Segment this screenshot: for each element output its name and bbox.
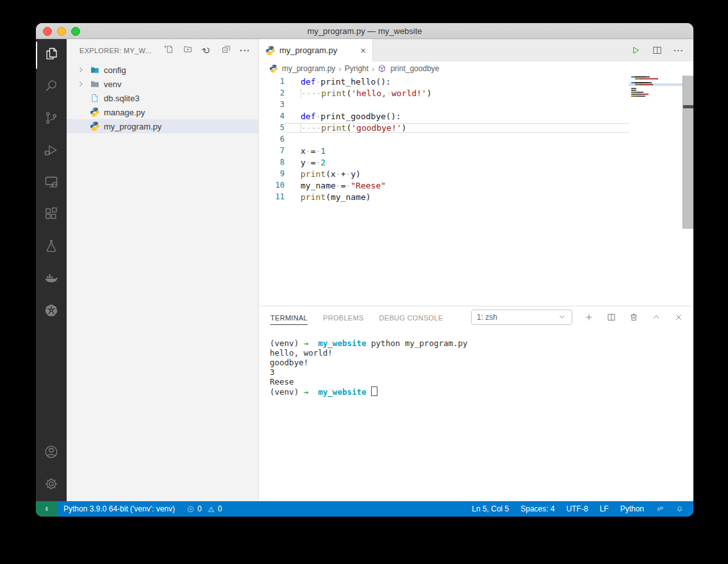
line-number: 9 xyxy=(259,169,285,178)
tree-item-label: venv xyxy=(104,79,121,89)
python-icon xyxy=(90,121,100,131)
tree-item-my_program.py[interactable]: my_program.py xyxy=(67,119,258,133)
more-actions-button[interactable]: ··· xyxy=(240,45,251,56)
tree-item-venv[interactable]: venv xyxy=(67,77,258,91)
explorer-header: EXPLORER: MY_W... ↻··· xyxy=(67,39,258,62)
breadcrumb-scope[interactable]: Pyright xyxy=(345,64,368,73)
language-mode-status[interactable]: Python xyxy=(615,504,650,513)
terminal-line: goodbye! xyxy=(270,358,693,367)
status-bar: Python 3.9.0 64-bit ('venv': venv) 0 0 L… xyxy=(36,501,693,517)
tree-item-manage.py[interactable]: manage.py xyxy=(67,105,258,119)
breadcrumb-file[interactable]: my_program.py xyxy=(269,64,335,73)
collapse-folders-icon xyxy=(221,44,231,57)
cursor-position-status[interactable]: Ln 5, Col 5 xyxy=(466,504,515,513)
terminal-line: (venv) → my_website xyxy=(270,386,693,397)
more-editor-actions-button[interactable]: ··· xyxy=(673,45,684,56)
tab-terminal[interactable]: TERMINAL xyxy=(270,308,308,326)
terminal-select[interactable]: 1: zsh xyxy=(471,310,572,325)
activity-item-settings[interactable] xyxy=(36,469,67,501)
vscode-window: my_program.py — my_website EXPLORER: MY_… xyxy=(36,23,693,517)
breadcrumb-symbol[interactable]: print_goodbye xyxy=(377,64,439,73)
python-file-icon xyxy=(265,46,276,56)
new-terminal-button[interactable] xyxy=(583,311,595,323)
notifications-button[interactable] xyxy=(670,505,690,513)
terminal-output[interactable]: (venv) → my_website python my_program.py… xyxy=(259,328,693,501)
code-line-6[interactable]: 6 xyxy=(259,133,693,145)
line-number: 11 xyxy=(259,192,285,201)
code-line-11[interactable]: 11print(my_name) xyxy=(259,191,693,203)
line-number: 6 xyxy=(259,135,285,144)
activity-item-source-control[interactable] xyxy=(36,103,67,135)
zoom-window-button[interactable] xyxy=(71,27,80,36)
kill-terminal-button[interactable] xyxy=(628,311,640,323)
remote-indicator-button[interactable] xyxy=(36,501,58,517)
tree-item-db.sqlite3[interactable]: db.sqlite3 xyxy=(67,91,258,105)
code-line-10[interactable]: 10my_name·=·"Reese" xyxy=(259,179,693,191)
close-window-button[interactable] xyxy=(43,27,52,36)
tab-my-program[interactable]: my_program.py × xyxy=(259,39,373,62)
split-terminal-button[interactable] xyxy=(606,311,617,323)
python-interpreter-status[interactable]: Python 3.9.0 64-bit ('venv': venv) xyxy=(58,504,181,513)
refresh-icon: ↻ xyxy=(201,44,213,58)
code-line-7[interactable]: 7x·=·1 xyxy=(259,145,693,156)
collapse-folders-button[interactable] xyxy=(220,45,231,56)
activity-item-search[interactable] xyxy=(36,71,67,103)
refresh-explorer-button[interactable]: ↻ xyxy=(201,45,212,56)
code-line-5[interactable]: 5····print('goodbye!') xyxy=(259,122,693,133)
line-number: 4 xyxy=(259,112,285,120)
new-file-icon xyxy=(163,44,174,57)
close-panel-button[interactable] xyxy=(673,311,684,323)
test-flask-icon xyxy=(44,238,59,256)
code-line-8[interactable]: 8y·=·2 xyxy=(259,156,693,168)
activity-item-kubernetes[interactable] xyxy=(36,295,67,328)
python-icon xyxy=(90,107,100,117)
search-icon xyxy=(44,78,59,96)
terminal-line: hello, world! xyxy=(270,348,693,358)
editor-scrollbar[interactable] xyxy=(682,76,693,229)
run-python-file-button[interactable] xyxy=(629,45,641,56)
tree-item-label: my_program.py xyxy=(104,122,161,131)
tree-indent xyxy=(76,93,86,103)
terminal-cursor xyxy=(371,386,377,396)
indentation-status[interactable]: Spaces: 4 xyxy=(515,504,560,513)
activity-item-accounts[interactable] xyxy=(36,437,67,469)
activity-item-remote-explorer[interactable] xyxy=(36,167,67,199)
close-tab-icon[interactable]: × xyxy=(360,46,366,55)
activity-item-docker[interactable] xyxy=(36,263,67,295)
line-number: 10 xyxy=(259,181,285,190)
minimize-window-button[interactable] xyxy=(57,27,66,36)
code-line-4[interactable]: 4def·print_goodbye(): xyxy=(259,110,693,122)
minimap[interactable] xyxy=(631,76,682,97)
encoding-status[interactable]: UTF-8 xyxy=(561,504,594,513)
split-editor-button[interactable] xyxy=(651,45,663,56)
line-number: 7 xyxy=(259,146,285,155)
code-line-2[interactable]: 2····print('hello,·world!') xyxy=(259,87,693,99)
eol-status[interactable]: LF xyxy=(594,504,615,513)
activity-item-extensions[interactable] xyxy=(36,199,67,231)
scrollbar-thumb[interactable] xyxy=(683,105,693,108)
code-editor[interactable]: 1def·print_hello():2····print('hello,·wo… xyxy=(259,76,693,306)
new-file-button[interactable] xyxy=(163,45,174,56)
new-folder-button[interactable] xyxy=(182,45,193,56)
code-line-9[interactable]: 9print(x·+·y) xyxy=(259,168,693,179)
warning-icon xyxy=(207,505,215,513)
activity-item-explorer[interactable] xyxy=(36,39,67,71)
line-number: 3 xyxy=(259,100,285,109)
tree-item-config[interactable]: config xyxy=(67,63,258,77)
feedback-button[interactable] xyxy=(650,505,670,513)
code-line-3[interactable]: 3 xyxy=(259,99,693,110)
extensions-icon xyxy=(44,206,59,224)
line-number: 1 xyxy=(259,77,285,86)
chevron-right-icon xyxy=(76,65,86,75)
activity-item-run-and-debug[interactable] xyxy=(36,135,67,167)
problems-status[interactable]: 0 0 xyxy=(181,504,228,513)
maximize-panel-button[interactable] xyxy=(650,311,662,323)
terminal-line: (venv) → my_website python my_program.py xyxy=(270,338,693,348)
tab-debug-console[interactable]: DEBUG CONSOLE xyxy=(379,308,443,326)
activity-item-testing[interactable] xyxy=(36,231,67,263)
panel-header: TERMINAL PROBLEMS DEBUG CONSOLE 1: zsh xyxy=(259,306,693,328)
window-controls xyxy=(43,27,80,36)
terminal-line: Reese xyxy=(270,377,693,386)
tab-problems[interactable]: PROBLEMS xyxy=(323,308,364,326)
file-tree: configvenvdb.sqlite3manage.pymy_program.… xyxy=(67,62,258,133)
